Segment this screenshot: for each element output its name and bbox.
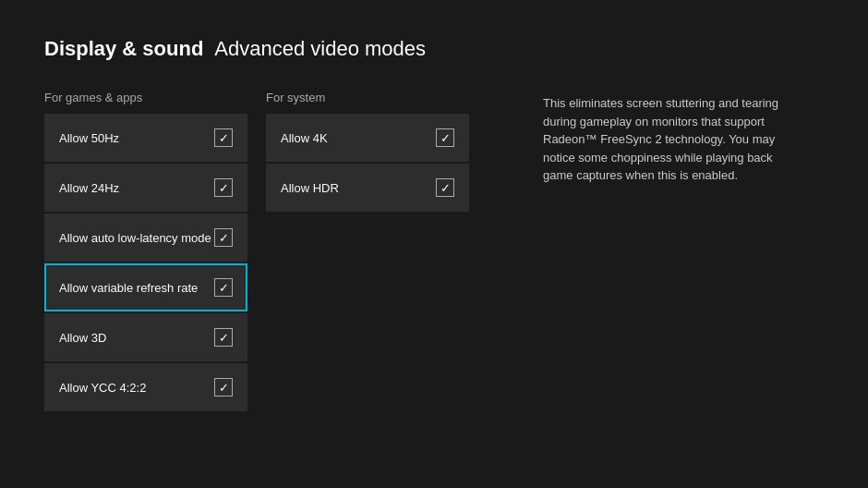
header-brand: Display & sound <box>44 37 203 61</box>
checkbox-allow-4k[interactable] <box>436 128 454 147</box>
setting-label-allow-hdr: Allow HDR <box>281 181 339 195</box>
games-apps-list: Allow 50HzAllow 24HzAllow auto low-laten… <box>44 114 247 411</box>
checkbox-allow-hdr[interactable] <box>436 178 454 197</box>
checkbox-allow-variable-refresh[interactable] <box>214 278 233 297</box>
checkbox-allow-3d[interactable] <box>214 328 233 347</box>
setting-item-allow-4k[interactable]: Allow 4K <box>266 114 469 162</box>
header: Display & sound Advanced video modes <box>44 37 824 61</box>
checkbox-allow-24hz[interactable] <box>214 178 233 197</box>
setting-item-allow-50hz[interactable]: Allow 50Hz <box>44 114 247 162</box>
setting-item-allow-24hz[interactable]: Allow 24Hz <box>44 164 247 212</box>
page-container: Display & sound Advanced video modes For… <box>0 0 868 488</box>
column-system: For system Allow 4KAllow HDR <box>266 91 469 411</box>
checkbox-allow-ycc[interactable] <box>214 378 233 396</box>
column-system-label: For system <box>266 91 469 104</box>
setting-label-allow-50hz: Allow 50Hz <box>59 131 119 145</box>
setting-item-allow-variable-refresh[interactable]: Allow variable refresh rate <box>44 263 247 311</box>
header-title: Advanced video modes <box>214 37 426 61</box>
setting-label-allow-3d: Allow 3D <box>59 331 106 345</box>
system-list: Allow 4KAllow HDR <box>266 114 469 212</box>
setting-label-allow-4k: Allow 4K <box>281 131 328 145</box>
checkbox-allow-50hz[interactable] <box>214 128 233 147</box>
column-games-apps: For games & apps Allow 50HzAllow 24HzAll… <box>44 91 247 411</box>
setting-label-allow-variable-refresh: Allow variable refresh rate <box>59 281 198 295</box>
checkbox-allow-auto-low-latency[interactable] <box>214 228 233 247</box>
content-area: For games & apps Allow 50HzAllow 24HzAll… <box>44 91 824 411</box>
column-games-apps-label: For games & apps <box>44 91 247 104</box>
setting-label-allow-24hz: Allow 24Hz <box>59 181 119 195</box>
description-panel: This eliminates screen stuttering and te… <box>543 91 783 411</box>
setting-item-allow-3d[interactable]: Allow 3D <box>44 313 247 361</box>
setting-item-allow-ycc[interactable]: Allow YCC 4:2:2 <box>44 363 247 411</box>
description-text: This eliminates screen stuttering and te… <box>543 96 778 182</box>
setting-item-allow-hdr[interactable]: Allow HDR <box>266 164 469 212</box>
setting-label-allow-ycc: Allow YCC 4:2:2 <box>59 381 146 395</box>
setting-label-allow-auto-low-latency: Allow auto low-latency mode <box>59 231 211 245</box>
setting-item-allow-auto-low-latency[interactable]: Allow auto low-latency mode <box>44 214 247 262</box>
